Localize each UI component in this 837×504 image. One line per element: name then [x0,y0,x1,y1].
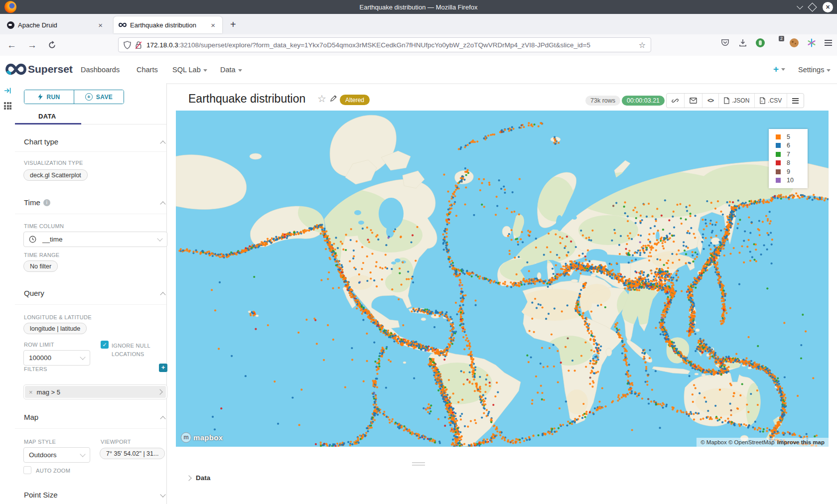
deckgl-scatterplot-map[interactable]: 5678910 m mapbox © Mapbox © OpenStreetMa… [176,111,829,447]
back-button[interactable]: ← [7,40,16,51]
run-button[interactable]: RUN [24,90,74,104]
panel-tabs: DATA [15,111,166,125]
nav-charts[interactable]: Charts [137,66,158,74]
panel-drag-handle[interactable] [412,462,425,467]
file-icon [724,97,729,104]
data-panel-header[interactable]: Data [187,474,210,482]
edit-pencil-icon[interactable] [330,95,337,102]
chevron-down-icon[interactable] [160,492,165,497]
superset-navbar: Superset Dashboards Charts SQL Lab Data … [0,56,837,84]
auto-zoom-checkbox[interactable] [23,466,31,474]
embed-code-button[interactable]: <> [702,94,718,108]
dataset-grid-icon[interactable] [4,102,11,110]
remove-filter-icon[interactable]: × [29,388,33,396]
world-map[interactable] [176,111,829,447]
legend-row: 7 [776,150,808,159]
shield-icon[interactable] [124,41,131,49]
brand-name[interactable]: Superset [28,63,73,75]
mapbox-logo[interactable]: m mapbox [181,432,223,443]
export-json-button[interactable]: .JSON [718,94,754,108]
new-tab-button[interactable]: + [230,19,236,30]
tab-close-icon[interactable]: × [209,21,217,29]
tab-apache-druid[interactable]: Apache Druid × [2,16,110,33]
window-minimize-icon[interactable] [797,3,803,9]
lock-insecure-icon[interactable] [135,41,142,49]
section-point-size[interactable]: Point Size [24,491,58,499]
row-limit-select[interactable]: 100000 [23,350,90,366]
section-map[interactable]: Map [24,413,38,421]
copy-link-button[interactable] [667,94,684,108]
extension-asterisk-icon[interactable] [807,38,816,47]
chart-menu-button[interactable] [787,94,804,108]
legend-label: 8 [787,159,790,166]
window-close-icon[interactable]: × [823,2,833,12]
legend-swatch [776,178,781,183]
nav-data[interactable]: Data [220,66,242,74]
chevron-down-icon [157,236,162,241]
download-icon[interactable] [738,38,747,47]
settings-menu[interactable]: Settings [798,66,831,74]
chevron-down-icon [238,69,242,72]
query-timer-badge: 00:00:03.21 [622,96,665,106]
divider [15,151,166,152]
lonlat-label: LONGITUDE & LATITUDE [24,314,92,320]
extension-green-icon[interactable] [756,38,765,47]
nav-sql-lab[interactable]: SQL Lab [172,66,207,74]
superset-favicon [119,22,127,28]
viz-type-label: VISUALIZATION TYPE [24,160,83,166]
row-count-badge: 73k rows [585,96,620,106]
chart-actions-toolbar: <> .JSON x .CSV [666,93,804,108]
chevron-up-icon[interactable] [160,292,165,297]
time-column-select[interactable]: __time [23,232,167,247]
email-button[interactable] [684,94,702,108]
extension-shield-icon[interactable]: 2 [773,38,781,47]
superset-logo[interactable] [5,63,26,76]
ignore-null-checkbox[interactable]: ✓ [101,341,109,349]
section-chart-type[interactable]: Chart type [24,137,58,146]
data-panel-title: Data [196,474,210,482]
divider [15,214,166,214]
legend-row: 8 [776,159,808,168]
collapse-panel-icon[interactable] [4,87,11,94]
bookmark-star-icon[interactable]: ☆ [639,40,646,50]
menu-icon[interactable] [825,40,832,46]
cookie-extension-icon[interactable] [790,38,799,47]
section-query[interactable]: Query [24,289,44,297]
svg-text:x: x [761,100,763,103]
tab-close-icon[interactable]: × [96,21,105,29]
auto-zoom-label: AUTO ZOOM [36,468,70,474]
info-icon: i [43,199,50,206]
add-filter-button[interactable]: + [159,364,167,372]
export-csv-button[interactable]: x .CSV [754,94,787,108]
filter-value: mag > 5 [37,388,60,396]
chevron-up-icon[interactable] [160,201,165,207]
viewport-value[interactable]: 7° 35' 54.02" | 31... [100,448,165,459]
viz-type-value[interactable]: deck.gl Scatterplot [23,169,88,181]
tab-data[interactable]: DATA [38,113,56,120]
legend-swatch [776,169,781,174]
time-range-value[interactable]: No filter [23,260,58,272]
code-icon: <> [707,97,713,104]
save-button[interactable]: + SAVE [74,90,124,104]
reload-button[interactable] [48,41,56,49]
legend-label: 5 [787,133,790,140]
favorite-star-icon[interactable]: ☆ [317,93,326,105]
chevron-up-icon[interactable] [160,140,165,146]
tab-bar: Apache Druid × Earthquake distribution ×… [0,14,837,35]
forward-button[interactable]: → [27,40,37,51]
pocket-icon[interactable] [720,38,730,47]
chevron-up-icon[interactable] [160,416,165,421]
nav-dashboards[interactable]: Dashboards [81,66,120,74]
legend-row: 10 [776,176,808,185]
tab-earthquake-distribution[interactable]: Earthquake distribution × [114,16,222,33]
map-style-select[interactable]: Outdoors [23,447,90,463]
improve-map-link[interactable]: Improve this map [777,439,825,445]
chevron-right-icon[interactable] [157,389,162,394]
section-time[interactable]: Timei [24,198,50,207]
window-maximize-icon[interactable] [808,2,817,11]
add-new-button[interactable]: + [773,64,785,75]
lonlat-value[interactable]: longitude | latitude [23,323,87,334]
filter-chip[interactable]: × mag > 5 [25,386,166,398]
url-path: :32108/superset/explore/?form_data_key=1… [178,41,635,49]
url-bar[interactable]: 172.18.0.3 :32108/superset/explore/?form… [118,37,651,52]
